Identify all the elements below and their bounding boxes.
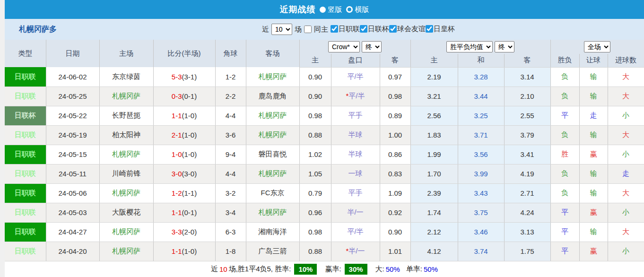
filter-bar: 札幌冈萨多 近 10 场 同主 日职联日联杯球会友谊日皇杯 (5, 19, 644, 40)
halftime-score: (0-1) (182, 208, 197, 216)
match-count-select[interactable]: 10 (271, 24, 292, 35)
away-team: 湘南海洋 (246, 222, 299, 242)
layout-radio-vertical-label: 竖版 (328, 5, 342, 14)
score-cell: 2-1(1-0) (153, 125, 215, 145)
handicap-result: 输 (579, 87, 608, 106)
ah-line-cell: 半/一 (331, 203, 380, 222)
corner-cell: 4-4 (215, 164, 246, 183)
league-badge: 日职联 (5, 145, 46, 164)
fulltime-score: 2-1 (172, 131, 182, 139)
home-win-odds: 2.19 (410, 67, 458, 87)
competition-checkbox-0[interactable] (331, 25, 338, 33)
ah-home-odds: 0.90 (299, 87, 331, 106)
europe-odds-select[interactable]: 胜平负均值 (446, 41, 493, 52)
europe-time-select[interactable]: 终 (495, 41, 514, 52)
same-home-label: 同主 (314, 25, 328, 34)
home-team: 川崎前锋 (99, 164, 153, 183)
layout-radio-vertical[interactable]: 竖版 (320, 5, 342, 14)
competition-filter-2: 球会友谊 (389, 25, 426, 34)
ah-line-text: 半/一 (347, 208, 363, 216)
matches-label: 场 (295, 25, 302, 34)
summary-count: 10 (219, 265, 227, 273)
wdl-result: 平 (550, 222, 579, 242)
ah-away-odds: 0.86 (380, 145, 410, 164)
sub-header-ah-home: 主 (299, 54, 331, 67)
home-win-odds: 1.99 (410, 145, 458, 164)
away-win-odds: 3.79 (504, 125, 550, 145)
ah-line-text: 一球 (348, 169, 363, 177)
halftime-score: (0-1) (182, 92, 197, 100)
table-row: 日职联24-05-25札幌冈萨0-3(0-1)2-2鹿岛鹿角0.90*平/半0.… (5, 87, 644, 106)
handicap-time-select[interactable]: 终 (362, 41, 382, 52)
goals-result: 大 (608, 183, 644, 203)
ah-away-odds: 0.90 (380, 222, 410, 242)
ah-away-odds: 0.97 (380, 67, 410, 87)
corner-cell: 3-4 (215, 203, 246, 222)
goals-result: 走 (608, 164, 644, 183)
competition-filters: 日职联日联杯球会友谊日皇杯 (331, 25, 455, 35)
league-badge: 日职联 (5, 67, 46, 87)
ah-line-text: 半/一 (348, 247, 365, 255)
date-cell: 24-04-27 (46, 222, 99, 242)
competition-checkbox-1[interactable] (360, 25, 367, 33)
wdl-result: 负 (550, 87, 579, 106)
away-win-odds: 4.24 (504, 203, 550, 222)
date-cell: 24-04-20 (46, 242, 99, 261)
competition-filter-3: 日皇杯 (426, 25, 455, 34)
home-win-odds: 2.56 (410, 106, 458, 125)
draw-odds: 3.28 (458, 67, 504, 87)
away-win-odds: 3.41 (504, 145, 550, 164)
team-name: 札幌冈萨多 (19, 25, 57, 35)
away-team: 札幌冈萨 (246, 203, 299, 222)
halftime-score: (2-0) (182, 228, 197, 236)
ah-line-text: 平/半 (347, 72, 363, 80)
league-badge: 日职联 (5, 87, 46, 106)
competition-checkbox-3[interactable] (426, 25, 433, 33)
ah-rate-label: 赢率: (325, 265, 341, 274)
col-header-corner: 角球 (215, 40, 246, 67)
col-header-away: 客场 (246, 40, 299, 67)
sub-header-odds-away: 客 (504, 54, 550, 67)
away-team: 广岛三箭 (246, 242, 299, 261)
sub-header-wdl: 胜负 (550, 54, 579, 67)
wdl-result: 平 (550, 106, 579, 125)
score-cell: 3-3(2-0) (153, 222, 215, 242)
handicap-result: 输 (579, 67, 608, 87)
date-cell: 24-05-19 (46, 125, 99, 145)
scope-select[interactable]: 全场 (584, 41, 610, 52)
handicap-select-group: Crow* 终 (299, 40, 410, 54)
goals-result: 小 (608, 242, 644, 261)
halftime-score: (1-0) (182, 247, 197, 255)
layout-radio-horizontal[interactable]: 横版 (346, 5, 369, 14)
ah-line-text: 平/半 (348, 92, 365, 100)
score-cell: 1-1(0-1) (153, 203, 215, 222)
competition-checkbox-2[interactable] (389, 25, 397, 33)
odds-company-select[interactable]: Crow* (328, 41, 360, 52)
corner-cell: 1-2 (215, 67, 246, 87)
home-team: 大阪樱花 (99, 203, 153, 222)
title-bar: 近期战绩 竖版 横版 (5, 0, 644, 19)
wdl-result: 负 (550, 164, 579, 183)
ah-line-cell: 平手 (331, 106, 380, 125)
handicap-result: 输 (579, 164, 608, 183)
handicap-result: 赢 (579, 145, 608, 164)
draw-odds: 3.71 (458, 125, 504, 145)
goals-result: 大 (608, 222, 644, 242)
corner-cell: 2-2 (215, 87, 246, 106)
page-title: 近期战绩 (280, 4, 316, 15)
score-cell: 1-1(1-0) (153, 106, 215, 125)
fulltime-score: 1-0 (172, 150, 182, 158)
league-badge: 日联杯 (5, 106, 46, 125)
same-home-checkbox[interactable] (304, 26, 312, 33)
ah-home-odds: 1.02 (299, 145, 331, 164)
date-cell: 24-05-06 (46, 183, 99, 203)
scope-select-group: 全场 (550, 40, 644, 54)
draw-odds: 3.74 (458, 242, 504, 261)
date-cell: 24-05-22 (46, 106, 99, 125)
fulltime-score: 3-0 (172, 170, 182, 178)
corner-cell: 9-4 (215, 145, 246, 164)
table-row: 日职联24-05-19柏太阳神2-1(1-0)3-6札幌冈萨0.88半球1.00… (5, 125, 644, 145)
ah-home-odds: 0.90 (299, 67, 331, 87)
away-team: 鹿岛鹿角 (246, 87, 299, 106)
ah-line-cell: 半球 (331, 145, 380, 164)
